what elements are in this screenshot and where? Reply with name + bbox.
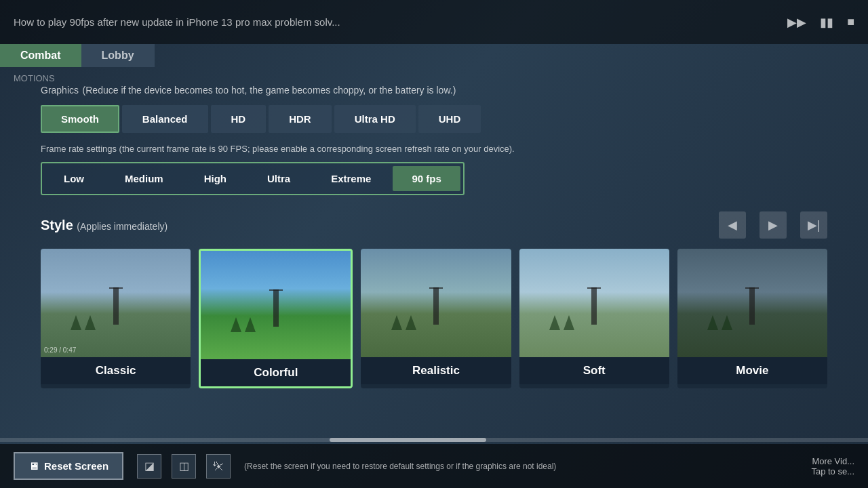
card-label-colorful: Colorful [201,359,351,386]
scrollbar-thumb[interactable] [330,438,486,442]
tree-9 [707,315,718,330]
scene-realistic [361,249,511,357]
graphics-balanced-btn[interactable]: Balanced [122,105,208,133]
tree-4 [245,317,256,332]
tower-classic [113,287,119,325]
top-bar: How to play 90fps after new update in iP… [0,0,868,44]
tree-10 [722,315,732,330]
tree-8 [564,315,574,330]
card-image-realistic [361,249,511,357]
style-header: Style (Applies immediately) ◀ ▶ ▶| [41,211,827,239]
tower-realistic [433,287,439,325]
fps-high-btn[interactable]: High [185,166,245,191]
scene-movie [677,249,827,357]
style-card-soft[interactable]: Soft [519,249,669,388]
scene-classic [41,249,191,357]
style-title: Style (Applies immediately) [41,218,167,233]
card-label-realistic: Realistic [361,357,511,384]
more-vid-label: More Vid... [811,456,854,466]
trees-classic [71,315,96,330]
card-image-colorful [201,251,351,359]
trees-colorful [231,317,256,332]
graphics-options: Smooth Balanced HD HDR Ultra HD UHD [41,105,827,133]
scene-colorful [201,251,351,359]
settings-icon[interactable]: ■ [847,15,854,29]
trees-movie [707,315,732,330]
card-image-movie [677,249,827,357]
top-bar-icons: ▶▶ ▮▮ ■ [787,15,854,30]
graphics-hd-btn[interactable]: HD [211,105,267,133]
tree-7 [549,315,560,330]
tree-5 [391,315,402,330]
bottom-description: (Reset the screen if you need to restore… [244,462,797,471]
card-label-classic: Classic [41,357,191,384]
graphics-hdr-btn[interactable]: HDR [269,105,332,133]
fps-ultra-btn[interactable]: Ultra [248,166,309,191]
fps-medium-btn[interactable]: Medium [106,166,182,191]
more-video-section: More Vid... Tap to se... [811,456,854,476]
tree-6 [406,315,416,330]
fps-90-btn[interactable]: 90 fps [393,166,460,191]
style-card-classic[interactable]: 0:29 / 0:47 Classic [41,249,191,388]
bottom-bar: 🖥 Reset Screen ◪ ◫ ⏧ (Reset the screen i… [0,444,868,488]
tree-2 [85,315,96,330]
tap-to-see-label: Tap to se... [811,466,854,476]
style-subtitle: (Applies immediately) [77,221,167,232]
bottom-icon-2[interactable]: ◫ [172,454,196,479]
bottom-icon-1[interactable]: ◪ [137,454,161,479]
framerate-description: Frame rate settings (the current frame r… [41,144,827,154]
tower-soft [591,287,597,325]
nav-prev-btn[interactable]: ◀ [719,211,746,239]
tab-combat[interactable]: Combat [0,44,81,67]
style-card-colorful[interactable]: Colorful [199,249,353,388]
style-card-realistic[interactable]: Realistic [361,249,511,388]
tower-colorful [273,289,279,327]
tree-1 [71,315,81,330]
scene-soft [519,249,669,357]
nav-controls: ◀ ▶ ▶| [719,211,827,239]
graphics-smooth-btn[interactable]: Smooth [41,105,119,133]
tower-movie [749,287,755,325]
trees-soft [549,315,574,330]
top-bar-text: How to play 90fps after new update in iP… [14,16,787,28]
graphics-section: Graphics (Reduce if the device becomes t… [41,81,827,195]
tree-3 [231,317,241,332]
trees-realistic [391,315,416,330]
forward-icon[interactable]: ▶▶ [787,15,806,30]
tabs-row: Combat Lobby [0,44,155,67]
card-image-soft [519,249,669,357]
fps-options: Low Medium High Ultra Extreme 90 fps [41,162,465,195]
nav-next-btn[interactable]: ▶ [760,211,787,239]
style-cards: 0:29 / 0:47 Classic Colorful [41,249,827,388]
reset-label: Reset Screen [44,460,108,472]
fps-low-btn[interactable]: Low [45,166,103,191]
nav-last-btn[interactable]: ▶| [800,211,827,239]
tab-lobby[interactable]: Lobby [81,44,155,67]
card-label-movie: Movie [677,357,827,384]
graphics-uhd-btn[interactable]: UHD [418,105,481,133]
card-image-classic: 0:29 / 0:47 [41,249,191,357]
main-content: Graphics (Reduce if the device becomes t… [41,68,827,388]
pause-icon[interactable]: ▮▮ [820,15,833,30]
section-sublabel: MOTIONS [14,73,55,83]
card-label-soft: Soft [519,357,669,384]
bottom-icon-3[interactable]: ⏧ [206,454,231,479]
style-section: Style (Applies immediately) ◀ ▶ ▶| [41,211,827,388]
graphics-title: Graphics (Reduce if the device becomes t… [41,81,827,97]
fps-extreme-btn[interactable]: Extreme [312,166,390,191]
scrollbar-track [0,438,868,442]
style-card-movie[interactable]: Movie [677,249,827,388]
bottom-icons: ◪ ◫ ⏧ [137,454,231,479]
graphics-ultrahd-btn[interactable]: Ultra HD [334,105,416,133]
reset-icon: 🖥 [28,460,39,472]
reset-screen-button[interactable]: 🖥 Reset Screen [14,452,123,480]
timestamp-classic: 0:29 / 0:47 [44,346,76,354]
